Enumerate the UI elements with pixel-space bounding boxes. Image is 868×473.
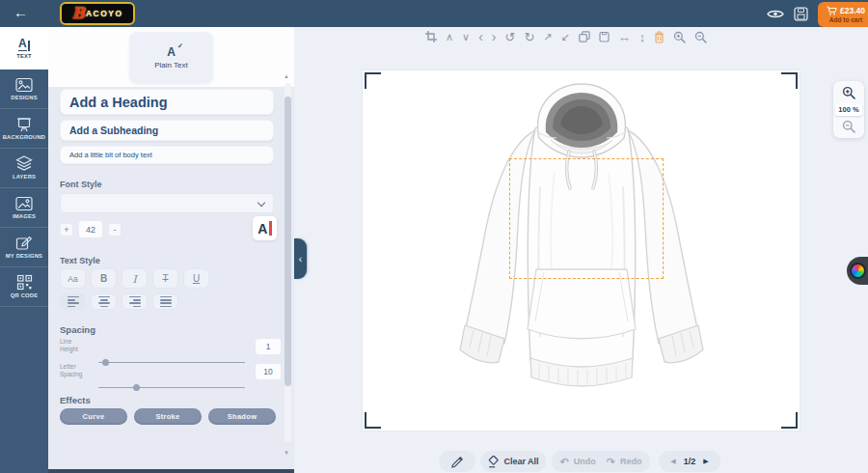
canvas-corner-bottom-right [781, 412, 798, 429]
flip-horizontal-icon[interactable]: ↔ [618, 31, 631, 43]
sidebar-item-my-designs[interactable]: MY DESIGNS [0, 228, 48, 267]
page-navigation: ◀ 1/2 ▶ [659, 451, 720, 472]
font-style-select[interactable] [60, 193, 274, 213]
design-canvas[interactable] [362, 70, 800, 431]
next-page-icon[interactable]: ▶ [703, 458, 708, 465]
nudge-up-icon[interactable]: ∧ [446, 32, 453, 42]
cart-price: £23.40 [840, 6, 865, 15]
sidebar-item-label: MY DESIGNS [6, 253, 42, 259]
images-icon [15, 196, 33, 211]
canvas-area: ∧ ∨ ‹ › ↺ ↻ ↗ ↙ ↔ ↕ [294, 27, 868, 473]
rotate-ccw-icon[interactable]: ↺ [504, 31, 515, 43]
effect-shadow-button[interactable]: Shadow [208, 408, 276, 425]
align-justify-button[interactable] [152, 293, 178, 310]
brand-logo-text: ACOYO [86, 10, 123, 18]
zoom-widget: 100 % [833, 81, 864, 138]
effect-curve-button[interactable]: Curve [60, 408, 127, 425]
spacing-label: Spacing [60, 324, 95, 335]
canvas-corner-top-right [781, 72, 798, 89]
sidebar-item-qr-code[interactable]: QR CODE [0, 267, 48, 307]
undo-label[interactable]: Undo [574, 457, 596, 466]
back-arrow-icon[interactable]: ← [14, 4, 28, 20]
panel-scroll-up-icon[interactable]: ▲ [284, 73, 289, 79]
crop-icon[interactable] [425, 31, 437, 42]
plain-text-icon: A✓ [167, 46, 176, 58]
zoom-out-icon[interactable] [694, 31, 707, 43]
designs-icon [15, 77, 33, 93]
zoom-in-icon[interactable] [673, 31, 686, 43]
align-justify-icon [160, 296, 172, 307]
tool-sidebar: A TEXT DESIGNS BACKGROUND LAYERS IMAGES … [0, 27, 48, 473]
pencil-icon [450, 455, 465, 469]
nudge-left-icon[interactable]: ‹ [478, 30, 483, 43]
clear-all-button[interactable]: Clear All [480, 451, 546, 472]
sidebar-item-background[interactable]: BACKGROUND [0, 109, 48, 149]
cart-price-row: £23.40 [827, 6, 865, 15]
align-left-button[interactable] [60, 293, 86, 310]
font-size-increase-button[interactable]: + [60, 223, 73, 236]
previous-page-icon[interactable]: ◀ [670, 458, 675, 465]
effect-stroke-button[interactable]: Stroke [134, 408, 202, 425]
scale-up-icon[interactable]: ↗ [543, 32, 552, 42]
add-to-cart-button[interactable]: £23.40 Add to cart [818, 2, 868, 27]
preview-eye-icon[interactable] [767, 9, 784, 19]
qr-code-icon [16, 274, 33, 291]
text-color-picker[interactable]: A [253, 216, 277, 240]
nudge-down-icon[interactable]: ∨ [462, 32, 470, 42]
rotate-cw-icon[interactable]: ↻ [524, 31, 534, 43]
panel-collapse-handle[interactable]: ‹ [294, 238, 307, 279]
add-subheading-button[interactable]: Add a Subheading [60, 120, 274, 141]
layer-icon[interactable] [599, 31, 610, 42]
canvas-zoom-in-icon[interactable] [842, 86, 855, 99]
sidebar-item-text[interactable]: A TEXT [0, 27, 48, 70]
text-style-row: Aa B I T U [60, 268, 209, 289]
align-center-button[interactable] [91, 293, 117, 310]
scale-down-icon[interactable]: ↙ [561, 32, 570, 42]
panel-scrollbar-thumb[interactable] [285, 97, 291, 386]
brand-logo-initial: B [71, 6, 85, 21]
add-heading-button[interactable]: Add a Heading [60, 89, 274, 115]
plain-text-option[interactable]: A✓ Plain Text [129, 32, 213, 83]
sidebar-item-designs[interactable]: DESIGNS [0, 70, 48, 109]
sidebar-item-images[interactable]: IMAGES [0, 188, 48, 228]
panel-scroll-down-icon[interactable]: ▼ [284, 450, 289, 456]
my-designs-icon [15, 235, 33, 251]
redo-label[interactable]: Redo [620, 457, 642, 466]
canvas-corner-top-left [365, 72, 381, 89]
letter-spacing-slider[interactable] [98, 387, 245, 389]
nudge-right-icon[interactable]: › [492, 30, 497, 43]
print-area-boundary[interactable] [509, 158, 664, 279]
page-indicator: 1/2 [684, 457, 696, 466]
cart-label: Add to cart [829, 16, 862, 23]
color-picker-widget[interactable] [847, 257, 868, 285]
letter-spacing-slider-thumb[interactable] [133, 384, 140, 391]
add-body-text-button[interactable]: Add a little bit of body text [60, 146, 274, 164]
line-height-value[interactable]: 1 [255, 338, 282, 355]
draw-tool-button[interactable] [439, 451, 475, 472]
strikethrough-button[interactable]: T [152, 268, 178, 289]
align-right-button[interactable] [122, 293, 148, 310]
case-button[interactable]: Aa [60, 268, 86, 289]
topbar-actions: £23.40 Add to cart [767, 0, 868, 27]
font-size-decrease-button[interactable]: - [108, 223, 122, 236]
sidebar-item-label: IMAGES [13, 213, 36, 219]
delete-icon[interactable] [654, 31, 665, 43]
text-align-row [60, 293, 178, 310]
line-height-row: Line Height 1 [60, 338, 283, 357]
font-size-value[interactable]: 42 [78, 220, 103, 238]
canvas-zoom-out-icon[interactable] [842, 120, 855, 133]
duplicate-icon[interactable] [579, 31, 590, 42]
letter-spacing-value[interactable]: 10 [255, 363, 282, 380]
background-easel-icon [15, 117, 33, 132]
sidebar-item-layers[interactable]: LAYERS [0, 149, 48, 188]
underline-button[interactable]: U [183, 268, 209, 289]
redo-icon[interactable]: ↷ [607, 457, 615, 467]
save-design-icon[interactable] [794, 7, 808, 21]
flip-vertical-icon[interactable]: ↕ [639, 31, 646, 43]
bold-button[interactable]: B [91, 268, 117, 289]
text-color-glyph: A [258, 222, 267, 236]
sidebar-item-label: LAYERS [13, 174, 36, 180]
italic-button[interactable]: I [122, 268, 148, 289]
undo-icon[interactable]: ↶ [560, 457, 569, 467]
brand-logo[interactable]: B ACOYO [60, 2, 135, 25]
